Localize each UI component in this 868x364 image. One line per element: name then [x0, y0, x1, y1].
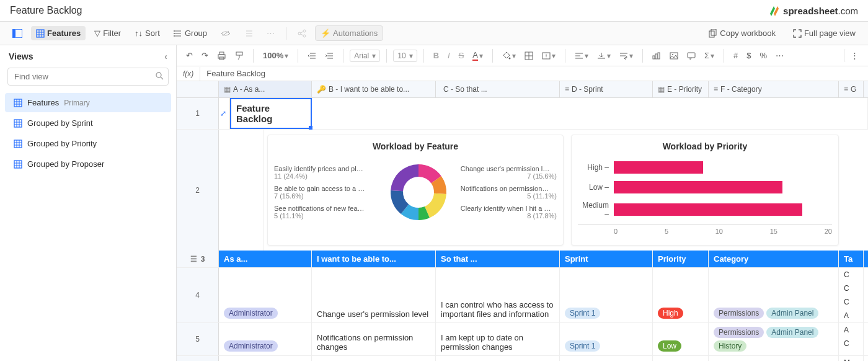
sidebar-view-item[interactable]: Grouped by Sprint [5, 113, 171, 133]
print-button[interactable] [214, 50, 229, 62]
sidebar-view-item[interactable]: Grouped by Priority [5, 134, 171, 153]
full-page-button[interactable]: Full page view [788, 26, 861, 40]
insert-image-button[interactable] [666, 50, 681, 61]
svg-rect-19 [709, 31, 714, 37]
grid-icon [14, 119, 22, 128]
sort-icon: ↑↓ [135, 29, 143, 38]
zoom-select[interactable]: 100%▾ [260, 49, 291, 62]
borders-button[interactable] [521, 50, 536, 62]
column-type-icon: ▦ [658, 85, 665, 94]
redo-button[interactable]: ↷ [198, 49, 211, 62]
row-header[interactable]: 1 [177, 98, 219, 129]
svg-point-8 [174, 33, 175, 34]
panel-toggle-button[interactable] [7, 27, 27, 40]
toolbar-menu-button[interactable]: ⋮ [844, 49, 862, 62]
svg-rect-20 [711, 29, 716, 35]
hide-fields-button[interactable] [216, 27, 236, 40]
paint-format-button[interactable] [232, 50, 247, 62]
group-button[interactable]: Group [169, 26, 212, 40]
column-header[interactable]: ≡F - Category [709, 81, 839, 97]
grid-icon [14, 160, 22, 169]
view-features-button[interactable]: Features [31, 26, 86, 40]
share-button[interactable] [293, 27, 311, 40]
formula-input[interactable]: Feature Backlog [200, 66, 868, 81]
indent-decrease-button[interactable] [304, 50, 319, 61]
svg-rect-23 [14, 99, 22, 107]
grid-icon [36, 29, 45, 38]
column-header[interactable]: ▦E - Priority [653, 81, 709, 97]
column-header[interactable]: ≡D - Sprint [560, 81, 653, 97]
svg-point-21 [156, 73, 161, 78]
filter-button[interactable]: ▽Filter [89, 26, 126, 40]
svg-rect-1 [12, 29, 16, 38]
column-type-icon: ≡ [565, 85, 569, 94]
spreadsheet-grid[interactable]: ▦A - As a...🔑B - I want to be able to...… [177, 81, 868, 361]
valign-button[interactable]: ▾ [594, 50, 614, 62]
table-row[interactable]: 4AdministratorChange user's permission l… [177, 268, 868, 323]
italic-button[interactable]: I [445, 49, 453, 62]
svg-point-68 [672, 54, 673, 55]
column-header[interactable]: ▦A - As a... [219, 81, 312, 97]
format-toolbar: ↶ ↷ 100%▾ Arial▾ 10▾ B I S A▾ ▾ ▾ ▾ ▾ [177, 45, 868, 66]
insert-chart-button[interactable] [649, 50, 664, 61]
merge-button[interactable]: ▾ [539, 50, 559, 62]
svg-rect-33 [14, 140, 22, 148]
sort-button[interactable]: ↑↓Sort [130, 26, 165, 40]
column-type-icon: 🔑 [317, 85, 326, 94]
selected-cell[interactable]: Feature Backlog [230, 98, 312, 129]
halign-button[interactable]: ▾ [572, 50, 591, 62]
indent-increase-button[interactable] [322, 50, 337, 61]
find-view-input[interactable] [7, 68, 169, 86]
fx-label: f(x) [177, 67, 200, 81]
row-header[interactable]: 2 [177, 130, 219, 251]
font-select[interactable]: Arial▾ [350, 50, 380, 62]
svg-point-16 [303, 35, 306, 37]
undo-button[interactable]: ↶ [183, 49, 196, 62]
row-header[interactable]: 4 [177, 268, 219, 322]
copy-workbook-button[interactable]: Copy workbook [704, 26, 781, 40]
svg-line-22 [161, 77, 163, 79]
copy-icon [709, 29, 717, 38]
svg-point-14 [298, 32, 301, 35]
row-header[interactable]: 5 [177, 323, 219, 355]
eye-off-icon [221, 30, 231, 37]
sidebar: Views ‹ FeaturesPrimaryGrouped by Sprint… [0, 45, 177, 361]
bold-button[interactable]: B [430, 49, 442, 62]
number-format-button[interactable]: # [730, 49, 741, 62]
strike-button[interactable]: S [456, 49, 467, 62]
row-header[interactable]: 6 [177, 356, 219, 361]
brand-logo-icon [768, 5, 779, 16]
svg-line-18 [301, 34, 303, 35]
table-row[interactable]: 6Clearly identify when I hit aI can make… [177, 356, 868, 361]
column-type-icon: ≡ [844, 85, 848, 94]
insert-comment-button[interactable] [684, 50, 699, 61]
table-row[interactable]: 5AdministratorNotifications on permissio… [177, 323, 868, 356]
page-title: Feature Backlog [10, 5, 82, 16]
row-header[interactable]: ☰3 [177, 251, 219, 267]
svg-rect-69 [688, 53, 695, 58]
sidebar-view-item[interactable]: Grouped by Proposer [5, 154, 171, 174]
fill-color-button[interactable]: ▾ [499, 50, 519, 62]
font-size-select[interactable]: 10▾ [393, 50, 417, 62]
column-header[interactable]: ≡G [839, 81, 864, 97]
currency-button[interactable]: $ [743, 49, 754, 62]
percent-button[interactable]: % [757, 49, 771, 62]
more-button[interactable]: ⋯ [262, 26, 280, 40]
svg-rect-66 [658, 53, 660, 59]
expand-row-icon[interactable]: ⤢ [220, 109, 226, 118]
svg-point-15 [303, 30, 306, 32]
bolt-icon: ⚡ [321, 29, 330, 38]
column-header[interactable]: 🔑B - I want to be able to... [312, 81, 436, 97]
group-icon [174, 30, 182, 37]
automations-button[interactable]: ⚡Automations [315, 25, 383, 41]
text-color-button[interactable]: A▾ [469, 48, 486, 63]
sidebar-view-item[interactable]: FeaturesPrimary [5, 93, 171, 112]
collapse-sidebar-button[interactable]: ‹ [164, 51, 167, 61]
toolbar-more-button[interactable]: ⋯ [773, 49, 787, 62]
row-height-button[interactable] [239, 27, 258, 40]
wrap-button[interactable]: ▾ [616, 50, 636, 62]
expand-icon [793, 29, 802, 38]
functions-button[interactable]: Σ▾ [701, 49, 717, 62]
column-header[interactable]: C - So that ... [436, 81, 560, 97]
svg-rect-28 [14, 120, 22, 127]
